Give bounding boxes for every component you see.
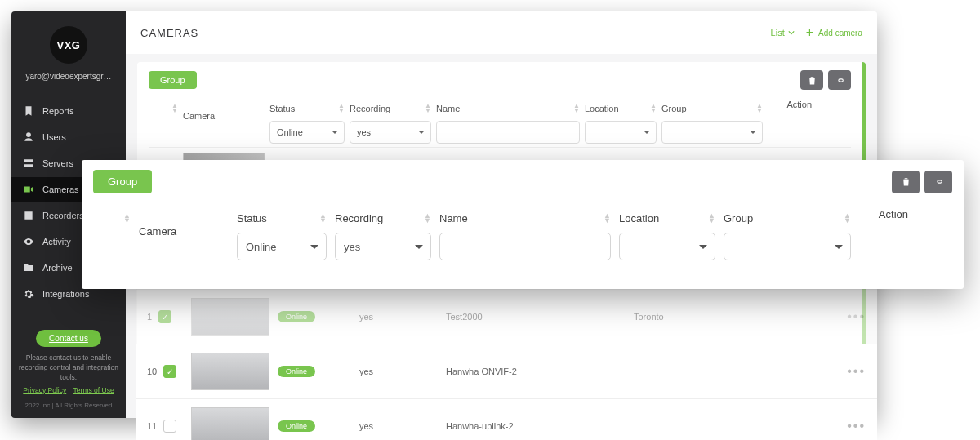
user-email: yaro@videoexpertsgr… [16,72,121,81]
row-checkbox[interactable]: ✓ [163,365,176,378]
col-camera: Camera [139,225,176,238]
bookmark-icon [23,105,34,117]
filter-status-overlay[interactable]: Online [237,233,327,260]
status-badge: Online [278,420,315,432]
sort-icon[interactable]: ▲▼ [425,104,431,113]
col-location: Location [619,212,659,224]
page-title: CAMERAS [140,27,198,39]
row-checkbox[interactable] [163,420,176,433]
sort-icon[interactable]: ▲▼ [319,213,327,224]
camera-thumbnail[interactable] [191,353,270,390]
sort-icon[interactable]: ▲▼ [338,104,345,113]
sort-icon[interactable]: ▲▼ [708,213,715,224]
sort-icon[interactable]: ▲▼ [844,213,851,224]
row-actions[interactable]: ••• [847,364,866,378]
sort-icon[interactable]: ▲▼ [756,104,763,113]
col-status: Status [237,212,267,224]
user-icon [23,131,34,143]
link-button-overlay[interactable] [924,171,952,193]
recorder-icon [23,210,34,221]
col-group: Group [724,212,753,224]
trash-icon [807,75,817,86]
view-list-dropdown[interactable]: List [771,28,795,38]
copyright: 2022 Inc | All Rights Reserved [11,401,126,418]
filter-name[interactable] [436,121,580,144]
status-badge: Online [278,366,315,377]
col-action: Action [879,208,908,220]
filter-location[interactable] [585,121,657,144]
folder-icon [23,262,34,273]
col-group: Group [662,104,687,113]
col-camera: Camera [183,111,215,121]
privacy-link[interactable]: Privacy Policy [23,386,66,394]
footer-links: Privacy Policy Terms of Use [11,386,126,396]
header: CAMERAS List + Add camera [126,11,877,54]
sort-icon[interactable]: ▲▼ [604,213,611,224]
col-name: Name [436,104,460,113]
footer-note: Please contact us to enable recording co… [11,353,126,383]
camera-thumbnail[interactable] [191,407,270,440]
link-icon [835,75,845,86]
status-badge: Online [278,311,315,322]
delete-button[interactable] [800,70,823,90]
sidebar-item-reports[interactable]: Reports [11,99,126,123]
plus-icon: + [806,25,813,40]
group-button-overlay[interactable]: Group [93,170,152,193]
group-button[interactable]: Group [149,71,197,89]
link-button[interactable] [828,70,851,90]
terms-link[interactable]: Terms of Use [74,386,114,394]
sort-icon[interactable]: ▲▼ [424,213,431,224]
col-recording: Recording [335,212,383,224]
filter-group-overlay[interactable] [724,233,851,260]
col-action: Action [786,100,812,109]
cogs-icon [23,288,34,300]
filter-name-overlay[interactable] [439,233,611,260]
brand-logo: VXG [11,26,126,64]
contact-us-button[interactable]: Contact us [36,330,101,347]
filter-location-overlay[interactable] [619,233,715,260]
chevron-down-icon [788,29,795,36]
col-recording: Recording [350,104,390,113]
camera-thumbnail[interactable] [191,298,270,336]
filter-recording[interactable]: yes [350,121,431,144]
row-actions[interactable]: ••• [847,309,866,323]
filter-recording-overlay[interactable]: yes [335,233,431,260]
table-row[interactable]: 1✓ Online yes Test2000 Toronto ••• [136,289,877,344]
server-icon [23,158,34,169]
col-status: Status [270,104,295,113]
add-camera-button[interactable]: + Add camera [806,25,862,40]
row-checkbox[interactable]: ✓ [158,310,172,323]
link-icon [933,176,944,187]
row-actions[interactable]: ••• [847,419,866,433]
eye-icon [23,236,34,247]
filter-status[interactable]: Online [270,121,345,144]
table-row[interactable]: 10✓ Online yes Hanwha ONVIF-2 ••• [136,344,877,398]
delete-button-overlay[interactable] [892,171,920,193]
sort-icon[interactable]: ▲▼ [573,104,580,113]
sidebar-item-users[interactable]: Users [11,125,126,149]
col-name: Name [439,212,468,224]
filter-group[interactable] [662,121,763,144]
col-location: Location [585,104,619,113]
filter-overlay: Group ▲▼ Camera Status▲▼ Online Recordin… [82,160,964,289]
sort-icon[interactable]: ▲▼ [650,104,657,113]
sort-icon[interactable]: ▲▼ [123,213,131,224]
camera-icon [23,184,34,195]
table-row[interactable]: 11 Online yes Hanwha-uplink-2 ••• [136,398,877,440]
trash-icon [901,176,911,187]
